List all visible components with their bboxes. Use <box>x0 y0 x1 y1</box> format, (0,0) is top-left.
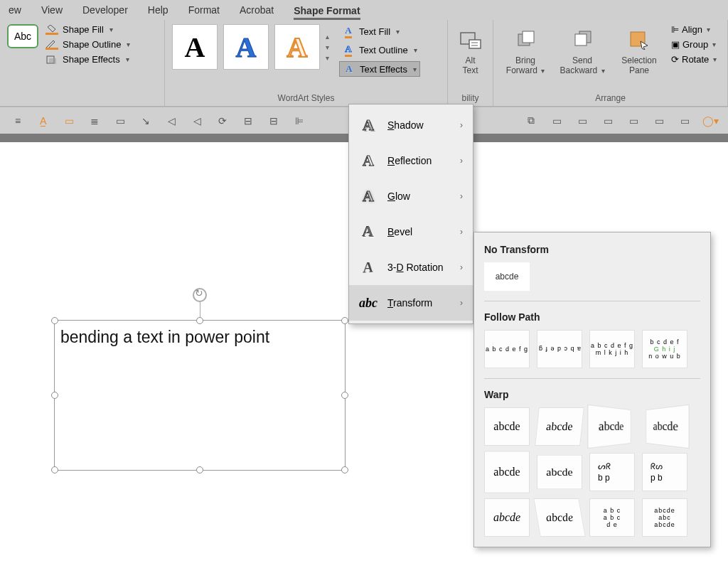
shape4-icon[interactable]: ▭ <box>626 113 641 129</box>
warp-1[interactable]: abcde <box>484 407 530 446</box>
handle-ml[interactable] <box>51 392 58 399</box>
menu-view[interactable]: View <box>41 4 63 16</box>
menu-shape-format[interactable]: Shape Format <box>294 5 360 20</box>
follow-path-arch-down[interactable]: a b c d e f g <box>537 330 582 368</box>
svg-text:ᖇᔕ: ᖇᔕ <box>651 461 663 471</box>
align-left-icon[interactable]: ≡ <box>10 113 26 129</box>
wordart-style-2[interactable]: A <box>223 24 269 70</box>
wordart-gallery[interactable]: A A A ▴▾▾ <box>172 24 329 70</box>
menu-acrobat[interactable]: Acrobat <box>240 4 274 16</box>
chevron-down-icon: ▾ <box>396 28 400 36</box>
fx-transform[interactable]: abc Transform › <box>349 285 473 321</box>
textbox-content[interactable]: bending a text in power point <box>60 328 269 346</box>
menu-bar: ew View Developer Help Format Acrobat Sh… <box>0 0 728 20</box>
warp-9[interactable]: abcde <box>484 498 530 537</box>
warp-6[interactable]: abcde <box>537 455 582 490</box>
wordart-style-3[interactable]: A <box>274 24 320 70</box>
warp-7[interactable]: ᔕᖇb p <box>589 453 635 491</box>
rotate-cw-icon[interactable]: ⟳ <box>215 113 230 129</box>
shape3-icon[interactable]: ▭ <box>600 113 616 129</box>
crop-icon[interactable]: ⧉ <box>523 113 539 129</box>
fx-bevel-label: Bevel <box>387 226 412 237</box>
svg-text:ᔕᖇ: ᔕᖇ <box>598 461 611 471</box>
warp-4[interactable]: abcde <box>646 405 690 449</box>
border-icon[interactable]: ▭ <box>112 113 128 129</box>
text-fill-button[interactable]: A Text Fill▾ <box>339 24 420 38</box>
fx-glow-label: Glow <box>387 191 410 202</box>
wordart-style-1[interactable]: A <box>172 24 218 70</box>
warp-5[interactable]: abcde <box>484 451 530 493</box>
fx-shadow[interactable]: A Shadow › <box>349 107 473 143</box>
text-effects-button[interactable]: A Text Effects▾ <box>339 61 420 77</box>
shape5-icon[interactable]: ▭ <box>651 113 667 129</box>
lines-icon[interactable]: ≣ <box>87 113 102 129</box>
group-button[interactable]: ▣Group▾ <box>671 39 717 50</box>
shape-effects-button[interactable]: Shape Effects▾ <box>46 54 130 65</box>
warp-10[interactable]: abcde <box>533 498 586 537</box>
group-shape-styles: Abc Shape Fill▾ Shape Outline▾ <box>0 20 165 106</box>
align-button[interactable]: ⊫Align▾ <box>671 24 717 35</box>
wordart-gallery-more[interactable]: ▴▾▾ <box>326 33 329 62</box>
follow-path-button[interactable]: b c d e fG h i jn o w u b <box>642 330 687 368</box>
fx-bevel[interactable]: A Bevel › <box>349 214 473 250</box>
handle-tm[interactable] <box>196 317 203 324</box>
warp-11[interactable]: a b ca b cd e <box>589 498 635 537</box>
menu-format[interactable]: Format <box>188 4 220 16</box>
handle-bl[interactable] <box>51 466 58 473</box>
warp-2[interactable]: abcde <box>535 407 584 446</box>
shape-outline-button[interactable]: Shape Outline▾ <box>46 39 130 50</box>
rotate-handle[interactable] <box>193 288 207 302</box>
warp-8[interactable]: ᖇᔕp b <box>642 453 687 491</box>
handle-bm[interactable] <box>196 466 203 473</box>
selected-textbox[interactable]: bending a text in power point <box>54 320 346 471</box>
svg-rect-0 <box>46 33 58 35</box>
shape6-icon[interactable]: ▭ <box>677 113 692 129</box>
bring-forward-button[interactable]: Bring Forward ▾ <box>500 24 550 75</box>
shadow-icon: A <box>359 116 378 134</box>
handle-br[interactable] <box>341 466 348 473</box>
shape2-icon[interactable]: ▭ <box>574 113 590 129</box>
chevron-right-icon: › <box>460 298 463 308</box>
rotate-button[interactable]: ⟳Rotate▾ <box>671 54 717 65</box>
warp-12[interactable]: abcdeabcabcde <box>642 498 687 537</box>
shape-fill-button[interactable]: Shape Fill▾ <box>46 24 130 35</box>
shape-fill-label: Shape Fill <box>63 24 104 35</box>
group-label-blank <box>7 90 157 103</box>
text-outline-button[interactable]: A Text Outline▾ <box>339 43 420 57</box>
access-group-label: bility <box>455 90 486 103</box>
send-backward-button[interactable]: Send Backward ▾ <box>557 24 607 75</box>
arrange-group-label: Arrange <box>500 90 720 103</box>
selection-pane-button[interactable]: Selection Pane <box>614 24 664 75</box>
font-color-icon[interactable]: A̲ <box>36 113 51 129</box>
fx-glow[interactable]: A Glow › <box>349 178 473 214</box>
no-transform-option[interactable]: abcde <box>484 262 530 291</box>
fx-reflection[interactable]: A Reflection › <box>349 143 473 178</box>
shape-dropdown-icon[interactable]: ◯▾ <box>702 113 718 129</box>
handle-tr[interactable] <box>341 317 348 324</box>
chevron-down-icon: ▾ <box>127 41 130 48</box>
handle-tl[interactable] <box>51 317 58 324</box>
chevron-right-icon: › <box>460 227 463 237</box>
menu-developer[interactable]: Developer <box>82 4 128 16</box>
fx-3d-rotation[interactable]: A 3-D Rotation › <box>349 250 473 285</box>
follow-path-arch-up[interactable]: a b c d e f g <box>484 330 530 368</box>
alt-text-button[interactable]: Alt Text <box>455 24 486 75</box>
svg-rect-3 <box>49 58 56 64</box>
transform-icon: abc <box>359 294 378 312</box>
highlight-icon[interactable]: ▭ <box>61 113 77 129</box>
warp-3[interactable]: abcde <box>587 405 631 449</box>
flip-h-icon[interactable]: ◁ <box>164 113 179 129</box>
arrow1-icon[interactable]: ↘ <box>138 113 154 129</box>
flip-v-icon[interactable]: ◁ <box>189 113 205 129</box>
shape-style-preview[interactable]: Abc <box>7 24 38 48</box>
chevron-right-icon: › <box>460 120 463 130</box>
handle-mr[interactable] <box>341 392 348 399</box>
align-edge-icon[interactable]: ⊫ <box>291 113 307 129</box>
rotate-icon: ⟳ <box>671 54 679 65</box>
dist-v-icon[interactable]: ⊟ <box>266 113 282 129</box>
dist-h-icon[interactable]: ⊟ <box>240 113 256 129</box>
shape1-icon[interactable]: ▭ <box>549 113 564 129</box>
menu-help[interactable]: Help <box>148 4 168 16</box>
follow-path-circle[interactable]: a b c d e f gm l k j i h <box>589 330 635 368</box>
menu-review[interactable]: ew <box>9 4 21 16</box>
